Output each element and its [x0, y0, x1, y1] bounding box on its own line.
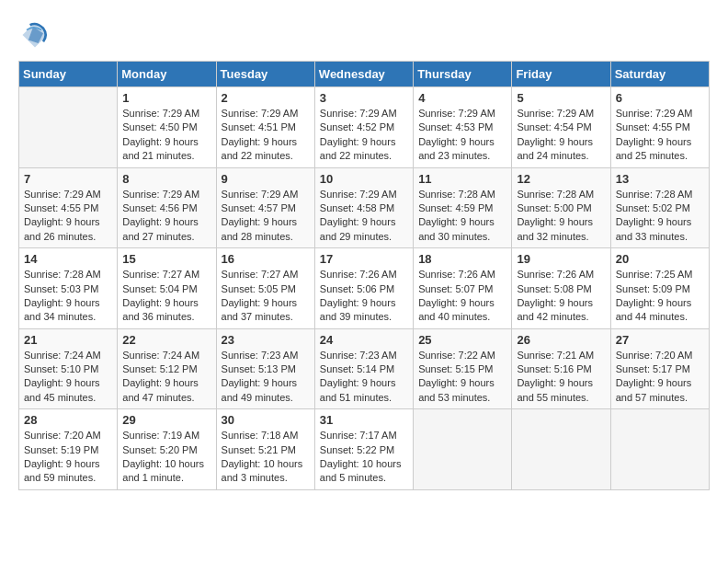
sunset-text: Sunset: 5:02 PM: [616, 201, 704, 215]
sunrise-text: Sunrise: 7:28 AM: [517, 188, 605, 201]
calendar-week-row: 7Sunrise: 7:29 AMSunset: 4:55 PMDaylight…: [19, 167, 710, 248]
sunset-text: Sunset: 5:04 PM: [122, 282, 210, 296]
weekday-header: Sunday: [19, 62, 118, 87]
daylight-line1: Daylight: 9 hours: [122, 296, 210, 310]
calendar-cell: 14Sunrise: 7:28 AMSunset: 5:03 PMDayligh…: [19, 248, 118, 329]
daylight-line1: Daylight: 9 hours: [122, 135, 210, 149]
sunrise-text: Sunrise: 7:29 AM: [320, 107, 408, 121]
sunset-text: Sunset: 5:19 PM: [24, 443, 112, 457]
calendar-week-row: 28Sunrise: 7:20 AMSunset: 5:19 PMDayligh…: [19, 409, 710, 490]
calendar-week-row: 14Sunrise: 7:28 AMSunset: 5:03 PMDayligh…: [19, 248, 710, 329]
daylight-line1: Daylight: 9 hours: [517, 215, 605, 229]
sunset-text: Sunset: 5:03 PM: [24, 282, 112, 296]
daylight-line2: and 26 minutes.: [24, 230, 112, 244]
sunset-text: Sunset: 5:16 PM: [517, 362, 605, 376]
day-number: 14: [24, 252, 112, 266]
sunset-text: Sunset: 5:07 PM: [418, 282, 506, 296]
day-number: 29: [122, 413, 210, 427]
daylight-line2: and 47 minutes.: [122, 391, 210, 405]
daylight-line1: Daylight: 9 hours: [24, 457, 112, 471]
sunset-text: Sunset: 4:50 PM: [122, 121, 210, 134]
daylight-line1: Daylight: 9 hours: [24, 215, 112, 229]
daylight-line1: Daylight: 9 hours: [122, 215, 210, 229]
day-number: 21: [24, 333, 112, 347]
day-number: 11: [418, 172, 506, 186]
daylight-line1: Daylight: 9 hours: [418, 376, 506, 390]
calendar-cell: [512, 409, 610, 490]
daylight-line1: Daylight: 9 hours: [517, 135, 605, 149]
sunrise-text: Sunrise: 7:23 AM: [222, 349, 310, 362]
calendar-cell: 25Sunrise: 7:22 AMSunset: 5:15 PMDayligh…: [414, 328, 512, 409]
daylight-line1: Daylight: 9 hours: [616, 135, 704, 149]
calendar-cell: 21Sunrise: 7:24 AMSunset: 5:10 PMDayligh…: [19, 328, 118, 409]
daylight-line1: Daylight: 9 hours: [320, 135, 408, 149]
weekday-header: Friday: [512, 62, 610, 87]
day-number: 7: [24, 172, 112, 186]
day-number: 6: [616, 91, 704, 105]
sunset-text: Sunset: 4:53 PM: [418, 121, 506, 134]
day-number: 1: [122, 91, 210, 105]
day-number: 8: [122, 172, 210, 186]
calendar-cell: 18Sunrise: 7:26 AMSunset: 5:07 PMDayligh…: [414, 248, 512, 329]
day-number: 30: [222, 413, 310, 427]
calendar-cell: 17Sunrise: 7:26 AMSunset: 5:06 PMDayligh…: [314, 248, 413, 329]
day-number: 3: [320, 91, 408, 105]
sunset-text: Sunset: 5:10 PM: [24, 362, 112, 376]
calendar-cell: 24Sunrise: 7:23 AMSunset: 5:14 PMDayligh…: [314, 328, 413, 409]
sunset-text: Sunset: 5:22 PM: [320, 443, 408, 457]
sunrise-text: Sunrise: 7:26 AM: [418, 268, 506, 282]
calendar-cell: 29Sunrise: 7:19 AMSunset: 5:20 PMDayligh…: [118, 409, 216, 490]
calendar-cell: 22Sunrise: 7:24 AMSunset: 5:12 PMDayligh…: [118, 328, 216, 409]
day-number: 17: [320, 252, 408, 266]
sunset-text: Sunset: 4:57 PM: [222, 201, 310, 215]
calendar-cell: 13Sunrise: 7:28 AMSunset: 5:02 PMDayligh…: [610, 167, 709, 248]
sunrise-text: Sunrise: 7:18 AM: [222, 429, 310, 442]
day-number: 19: [517, 252, 605, 266]
day-number: 31: [320, 413, 408, 427]
daylight-line2: and 39 minutes.: [320, 310, 408, 324]
daylight-line1: Daylight: 9 hours: [24, 296, 112, 310]
daylight-line1: Daylight: 10 hours: [122, 457, 210, 471]
sunrise-text: Sunrise: 7:24 AM: [24, 349, 112, 362]
day-number: 24: [320, 333, 408, 347]
daylight-line1: Daylight: 9 hours: [320, 296, 408, 310]
sunset-text: Sunset: 5:06 PM: [320, 282, 408, 296]
day-number: 9: [222, 172, 310, 186]
daylight-line1: Daylight: 9 hours: [222, 296, 310, 310]
sunrise-text: Sunrise: 7:22 AM: [418, 349, 506, 362]
daylight-line1: Daylight: 9 hours: [418, 296, 506, 310]
sunset-text: Sunset: 5:00 PM: [517, 201, 605, 215]
day-number: 25: [418, 333, 506, 347]
daylight-line2: and 36 minutes.: [122, 310, 210, 324]
header-row: SundayMondayTuesdayWednesdayThursdayFrid…: [19, 62, 710, 87]
sunset-text: Sunset: 5:20 PM: [122, 443, 210, 457]
sunrise-text: Sunrise: 7:17 AM: [320, 429, 408, 442]
sunrise-text: Sunrise: 7:29 AM: [122, 188, 210, 201]
day-number: 2: [222, 91, 310, 105]
sunrise-text: Sunrise: 7:24 AM: [122, 349, 210, 362]
daylight-line1: Daylight: 9 hours: [517, 296, 605, 310]
daylight-line1: Daylight: 9 hours: [616, 215, 704, 229]
daylight-line2: and 59 minutes.: [24, 471, 112, 485]
daylight-line1: Daylight: 9 hours: [616, 376, 704, 390]
day-number: 20: [616, 252, 704, 266]
calendar-cell: 15Sunrise: 7:27 AMSunset: 5:04 PMDayligh…: [118, 248, 216, 329]
sunrise-text: Sunrise: 7:29 AM: [320, 188, 408, 201]
day-number: 5: [517, 91, 605, 105]
daylight-line2: and 30 minutes.: [418, 230, 506, 244]
sunrise-text: Sunrise: 7:27 AM: [222, 268, 310, 282]
calendar-cell: 30Sunrise: 7:18 AMSunset: 5:21 PMDayligh…: [216, 409, 314, 490]
day-number: 27: [616, 333, 704, 347]
calendar-cell: 9Sunrise: 7:29 AMSunset: 4:57 PMDaylight…: [216, 167, 314, 248]
calendar-cell: 27Sunrise: 7:20 AMSunset: 5:17 PMDayligh…: [610, 328, 709, 409]
daylight-line2: and 29 minutes.: [320, 230, 408, 244]
sunrise-text: Sunrise: 7:28 AM: [616, 188, 704, 201]
daylight-line1: Daylight: 9 hours: [222, 376, 310, 390]
logo-icon: [18, 18, 51, 52]
daylight-line2: and 5 minutes.: [320, 471, 408, 485]
calendar-cell: 20Sunrise: 7:25 AMSunset: 5:09 PMDayligh…: [610, 248, 709, 329]
sunset-text: Sunset: 4:55 PM: [616, 121, 704, 134]
sunrise-text: Sunrise: 7:21 AM: [517, 349, 605, 362]
sunrise-text: Sunrise: 7:23 AM: [320, 349, 408, 362]
daylight-line2: and 27 minutes.: [122, 230, 210, 244]
